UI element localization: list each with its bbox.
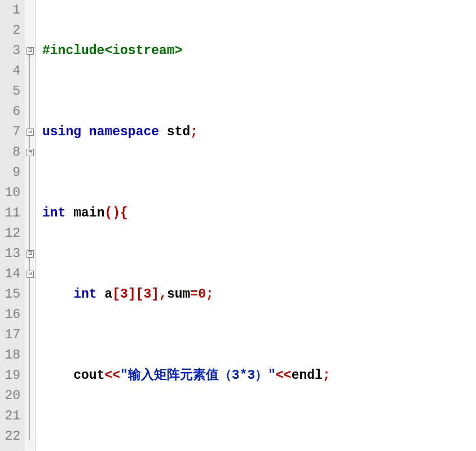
code-line: using namespace std; [42,122,476,142]
line-number-gutter: 1 2 3 4 5 6 7 8 9 10 11 12 13 14 15 16 1… [0,0,25,451]
line-number: 16 [2,304,20,325]
line-number: 7 [2,122,20,142]
line-number: 21 [2,406,20,426]
line-number: 20 [2,386,20,406]
code-line [42,446,476,451]
line-number: 18 [2,345,20,365]
line-number: 4 [2,61,20,81]
line-number: 15 [2,284,20,304]
line-number: 14 [2,264,20,284]
line-number: 2 [2,20,20,41]
code-editor: 1 2 3 4 5 6 7 8 9 10 11 12 13 14 15 16 1… [0,0,476,451]
fold-gutter: ⊟ ⊟ ⊟ ⊟ ⊟ [25,0,36,451]
fold-toggle[interactable]: ⊟ [27,129,34,136]
line-number: 22 [2,426,20,446]
line-number: 19 [2,365,20,386]
line-number: 12 [2,223,20,244]
line-number: 17 [2,325,20,345]
line-number: 13 [2,244,20,264]
line-number: 9 [2,162,20,183]
line-number: 3 [2,41,20,61]
fold-toggle[interactable]: ⊟ [27,47,34,55]
fold-line [29,55,30,440]
code-line: cout<<"输入矩阵元素值（3*3）"<<endl; [42,365,476,386]
line-number: 11 [2,203,20,223]
fold-end [29,440,33,440]
line-number: 6 [2,101,20,122]
line-number: 5 [2,81,20,101]
code-line: #include<iostream> [42,41,476,61]
code-area[interactable]: #include<iostream> using namespace std; … [36,0,476,451]
line-number: 10 [2,183,20,203]
fold-toggle[interactable]: ⊟ [27,271,34,278]
line-number: 1 [2,0,20,20]
code-line: int a[3][3],sum=0; [42,284,476,304]
line-number: 8 [2,142,20,162]
fold-toggle[interactable]: ⊟ [27,149,34,156]
code-line: int main(){ [42,203,476,223]
preprocessor: #include<iostream> [42,43,182,58]
fold-toggle[interactable]: ⊟ [27,250,34,258]
